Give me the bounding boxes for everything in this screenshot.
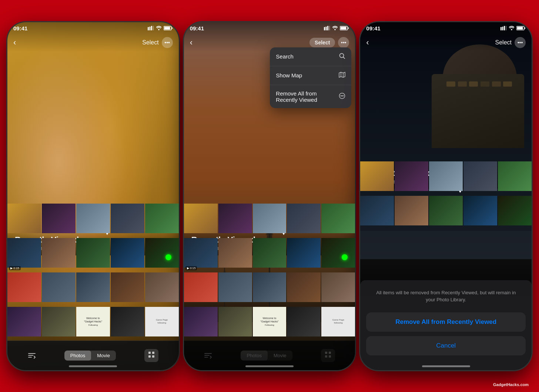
seg-photos-1[interactable]: Photos <box>64 351 91 361</box>
thumb-15[interactable] <box>145 272 179 306</box>
thumb-heart-3: ♥ <box>459 190 461 194</box>
thumb-5[interactable] <box>145 204 179 237</box>
remove-icon <box>339 93 345 101</box>
status-icons-3 <box>500 26 526 30</box>
sort-button-1[interactable] <box>28 351 36 359</box>
dialog-confirm-button[interactable]: Remove All from Recently Viewed <box>366 312 526 332</box>
thumb-2-8[interactable] <box>253 238 287 272</box>
thumb-14[interactable] <box>111 272 144 306</box>
thumb-8[interactable] <box>76 238 110 272</box>
thumb-2-19[interactable] <box>287 307 321 341</box>
back-button-1[interactable]: ‹ <box>13 38 16 47</box>
thumb-11[interactable] <box>7 272 41 306</box>
select-button-1[interactable]: Select <box>142 39 158 46</box>
thumbnail-grid-2: ♥ ▶ 0:15 Welco <box>184 204 355 341</box>
thumb-2-20[interactable]: Game Pagefollowing <box>321 307 355 341</box>
thumb-2-18[interactable]: Welcome to"Gadget Hacks"Following <box>253 307 287 341</box>
thumb-19[interactable] <box>111 307 144 341</box>
status-icons-2 <box>324 26 349 30</box>
thumb-3-6[interactable] <box>360 196 394 229</box>
thumb-13[interactable] <box>76 272 110 306</box>
svg-rect-44 <box>502 27 503 30</box>
back-button-2[interactable]: ‹ <box>190 38 192 47</box>
grid-button-1[interactable] <box>144 349 158 362</box>
svg-point-47 <box>511 29 512 30</box>
thumb-2-15[interactable] <box>321 272 355 306</box>
thumb-2-16[interactable] <box>184 307 218 341</box>
thumb-2-6[interactable]: ▶ 0:15 <box>184 238 218 272</box>
map-icon <box>339 71 345 80</box>
dropdown-show-map[interactable]: Show Map <box>270 66 351 85</box>
status-icons-1 <box>148 26 173 30</box>
thumb-2-11[interactable] <box>184 272 218 306</box>
thumb-3-7[interactable] <box>395 196 428 229</box>
thumb-20[interactable]: Game Pagefollowing <box>145 307 179 341</box>
thumb-2-12[interactable] <box>218 272 252 306</box>
svg-rect-25 <box>326 27 327 30</box>
back-button-3[interactable]: ‹ <box>366 38 369 47</box>
dropdown-search[interactable]: Search <box>270 47 351 66</box>
thumbnail-grid-1: ♥ ▶ 0:15 <box>7 204 179 341</box>
thumb-2-2[interactable] <box>218 204 252 237</box>
thumb-3-5[interactable] <box>498 161 532 195</box>
thumb-2[interactable] <box>42 204 76 237</box>
thumb-18[interactable]: Welcome to"Gadget Hacks"Following <box>76 307 110 341</box>
thumb-3-9[interactable] <box>463 196 497 229</box>
thumb-2-17[interactable] <box>218 307 252 341</box>
thumb-2-10[interactable] <box>321 238 355 272</box>
thumb-2-7[interactable] <box>218 238 252 272</box>
thumb-9[interactable] <box>111 238 144 272</box>
thumb-4[interactable] <box>111 204 144 237</box>
thumb-2-5[interactable] <box>321 204 355 237</box>
thumb-17[interactable] <box>42 307 76 341</box>
more-button-1[interactable]: ••• <box>162 37 173 48</box>
thumb-2-1[interactable] <box>184 204 218 237</box>
thumb-6[interactable]: ▶ 0:15 <box>7 238 41 272</box>
thumb-3-1[interactable] <box>360 161 394 195</box>
more-button-2[interactable]: ••• <box>338 37 349 48</box>
home-indicator-3 <box>422 365 470 367</box>
thumb-2-14[interactable] <box>287 272 321 306</box>
thumb-12[interactable] <box>42 272 76 306</box>
seg-movie-1[interactable]: Movie <box>91 351 116 361</box>
thumb-7[interactable] <box>42 238 76 272</box>
select-button-3[interactable]: Select <box>495 39 512 46</box>
thumb-2-13[interactable] <box>253 272 287 306</box>
seg-control-1: Photos Movie <box>64 351 116 361</box>
phone-screen-2: 09:41 ‹ Select ••• Recently Viewed 200 I… <box>184 22 355 370</box>
svg-rect-50 <box>525 27 525 29</box>
thumb-3[interactable]: ♥ <box>76 204 110 237</box>
thumb-1[interactable] <box>7 204 41 237</box>
select-button-2[interactable]: Select <box>309 38 335 47</box>
thumb-3-2[interactable] <box>395 161 428 195</box>
dialog-confirm-container: Remove All from Recently Viewed <box>366 312 526 332</box>
svg-rect-46 <box>506 26 507 30</box>
svg-rect-10 <box>148 352 151 354</box>
thumbnail-grid-3: ♥ <box>360 161 532 229</box>
thumb-3-8[interactable] <box>429 196 463 229</box>
status-time-3: 09:41 <box>366 25 380 31</box>
thumb-2-9[interactable] <box>287 238 321 272</box>
dropdown-menu-2: Search Show Map Remove All fromRecently … <box>270 47 351 108</box>
svg-point-4 <box>158 29 160 30</box>
thumb-2-3[interactable]: ♥ <box>253 204 287 237</box>
thumb-3-10[interactable] <box>498 196 532 229</box>
svg-rect-24 <box>324 27 325 30</box>
thumb-2-4[interactable] <box>287 204 321 237</box>
more-button-3[interactable]: ••• <box>515 37 526 48</box>
thumb-3-4[interactable] <box>463 161 497 195</box>
status-bar-3: 09:41 <box>360 22 532 33</box>
thumb-16[interactable] <box>7 307 41 341</box>
svg-rect-0 <box>148 27 149 30</box>
thumb-10[interactable] <box>145 238 179 272</box>
svg-rect-2 <box>151 26 152 30</box>
header-bar-1: ‹ Select ••• <box>7 34 179 51</box>
dialog-cancel-button[interactable]: Cancel <box>366 336 526 355</box>
dialog-message: All items will be removed from Recently … <box>366 289 526 304</box>
svg-rect-3 <box>153 26 154 30</box>
status-bar-2: 09:41 <box>184 22 355 33</box>
phone-screen-3: 09:41 ‹ Select ••• Recently Viewed 200 I… <box>360 22 532 370</box>
svg-rect-11 <box>152 352 154 354</box>
dropdown-remove-all[interactable]: Remove All fromRecently Viewed <box>270 85 351 108</box>
thumb-3-3[interactable]: ♥ <box>429 161 463 195</box>
